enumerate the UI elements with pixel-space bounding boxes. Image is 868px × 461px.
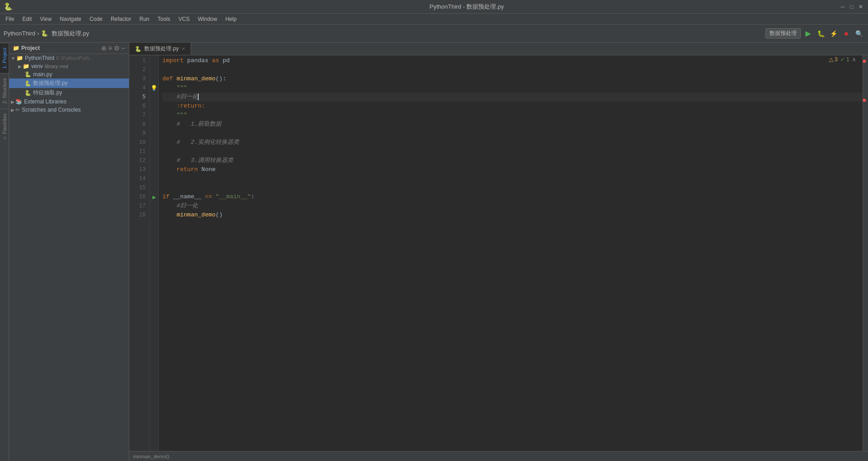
tree-item-venv[interactable]: ▶ 📁 venv library root bbox=[9, 62, 129, 70]
tree-path-pythonthird: E:\Python\Pyth... bbox=[56, 55, 93, 61]
sidebar-tab-project[interactable]: 1: Project bbox=[0, 43, 9, 73]
maximize-button[interactable]: □ bbox=[848, 3, 855, 10]
ln-9: 9 bbox=[129, 129, 146, 138]
gutter-15 bbox=[150, 183, 158, 192]
tab-python-icon: 🐍 bbox=[135, 46, 142, 52]
gutter-12 bbox=[150, 156, 158, 165]
code-line-16: if __name__ == "__main__": bbox=[162, 192, 863, 201]
run-button[interactable]: ▶ bbox=[803, 28, 814, 39]
tree-item-mainpy[interactable]: 🐍 main.py bbox=[9, 70, 129, 78]
tree-arrow-pythonthird: ▼ bbox=[11, 56, 15, 61]
gutter-1 bbox=[150, 56, 158, 65]
window-title: PythonThird - 数据预处理.py bbox=[94, 3, 839, 11]
folder-icon-venv: 📁 bbox=[23, 63, 29, 69]
ln-5: 5 bbox=[129, 93, 146, 102]
tree-item-pythonthird[interactable]: ▼ 📁 PythonThird E:\Python\Pyth... bbox=[9, 54, 129, 62]
menu-edit[interactable]: Edit bbox=[19, 15, 35, 23]
tab-label-datapreprocess: 数据预处理.py bbox=[144, 45, 179, 53]
code-line-7: """ bbox=[162, 111, 863, 120]
menu-navigate[interactable]: Navigate bbox=[56, 15, 85, 23]
locate-file-button[interactable]: ⊕ bbox=[101, 44, 107, 52]
gutter-6 bbox=[150, 102, 158, 111]
ln-12: 12 bbox=[129, 156, 146, 165]
gutter-17 bbox=[150, 201, 158, 211]
code-line-18: minman_demo() bbox=[162, 211, 863, 220]
collapse-all-button[interactable]: ≡ bbox=[108, 44, 112, 52]
tree-item-featureextract[interactable]: 🐍 特征抽取.py bbox=[9, 88, 129, 98]
tree-sublabel-venv: library root bbox=[44, 64, 68, 69]
ln-18: 18 bbox=[129, 211, 146, 220]
editor-content[interactable]: 1 2 3 4 5 6 7 8 9 10 11 12 13 14 15 16 1… bbox=[129, 55, 868, 451]
tree-item-datapreprocess[interactable]: 🐍 数据预处理.py bbox=[9, 78, 129, 88]
menu-refactor[interactable]: Refactor bbox=[107, 15, 135, 23]
error-indicator: △ 3 ✓ 1 ∧ bbox=[829, 56, 856, 63]
menu-vcs[interactable]: VCS bbox=[175, 15, 193, 23]
gutter-5 bbox=[150, 93, 158, 102]
close-button[interactable]: ✕ bbox=[857, 3, 864, 10]
python-icon-mainpy: 🐍 bbox=[25, 71, 31, 78]
menu-window[interactable]: Window bbox=[194, 15, 221, 23]
menu-tools[interactable]: Tools bbox=[154, 15, 174, 23]
code-line-15 bbox=[162, 183, 863, 192]
lightbulb-icon-4[interactable]: 💡 bbox=[151, 85, 157, 91]
gutter-18 bbox=[150, 211, 158, 220]
menu-run[interactable]: Run bbox=[136, 15, 153, 23]
menu-help[interactable]: Help bbox=[222, 15, 240, 23]
app-icon: 🐍 bbox=[4, 2, 13, 11]
sidebar-title: Project bbox=[21, 45, 40, 51]
stop-button[interactable]: ■ bbox=[841, 28, 852, 39]
run-config-area: 数据预处理 ▶ 🐛 ⚡ ■ 🔍 bbox=[765, 28, 864, 39]
code-line-9 bbox=[162, 129, 863, 138]
run-config-selector[interactable]: 数据预处理 bbox=[765, 28, 801, 39]
menu-bar: File Edit View Navigate Code Refactor Ru… bbox=[0, 14, 868, 25]
editor-breadcrumb: minman_demo() bbox=[129, 451, 868, 461]
tree-item-extlibs[interactable]: ▶ 📚 External Libraries bbox=[9, 98, 129, 106]
code-line-5: #归一化 bbox=[162, 93, 863, 102]
gutter-16[interactable]: ▶ bbox=[150, 192, 158, 201]
run-arrow-16[interactable]: ▶ bbox=[152, 195, 156, 200]
code-line-3: def minman_demo(): bbox=[162, 74, 863, 83]
tree-arrow-venv: ▶ bbox=[18, 64, 22, 69]
menu-file[interactable]: File bbox=[2, 15, 18, 23]
debug-button[interactable]: 🐛 bbox=[815, 28, 826, 39]
sidebar-tab-favorites[interactable]: ☆ Favorites bbox=[0, 108, 9, 146]
code-line-17: #归一化 bbox=[162, 201, 863, 211]
hide-sidebar-button[interactable]: − bbox=[122, 44, 125, 52]
tree-label-pythonthird: PythonThird bbox=[25, 55, 54, 61]
breadcrumb-separator: › bbox=[37, 30, 39, 37]
sidebar-tab-structure[interactable]: 2: Structure bbox=[0, 73, 9, 108]
settings-button[interactable]: ⚙ bbox=[114, 44, 120, 52]
tree-arrow-scratches: ▶ bbox=[11, 108, 15, 113]
ln-4: 4 bbox=[129, 83, 146, 93]
ln-16: 16 bbox=[129, 192, 146, 201]
sidebar: 📁 Project ⊕ ≡ ⚙ − ▼ 📁 PythonThird E:\Pyt… bbox=[9, 43, 129, 461]
scroll-up-button[interactable]: ∧ bbox=[852, 56, 856, 63]
gutter-14 bbox=[150, 174, 158, 183]
menu-view[interactable]: View bbox=[36, 15, 55, 23]
gutter-2 bbox=[150, 65, 158, 74]
scratches-icon: ✏ bbox=[15, 107, 20, 113]
code-line-12: # 3.调用转换器类 bbox=[162, 156, 863, 165]
code-line-10: # 2.实例化转换器类 bbox=[162, 138, 863, 147]
python-icon-featureextract: 🐍 bbox=[25, 90, 31, 96]
menu-code[interactable]: Code bbox=[86, 15, 106, 23]
ln-13: 13 bbox=[129, 165, 146, 174]
breadcrumb: PythonThird › 🐍 数据预处理.py bbox=[4, 29, 89, 38]
code-editor[interactable]: import pandas as pd def minman_demo(): "… bbox=[159, 55, 863, 451]
ln-11: 11 bbox=[129, 147, 146, 156]
minimize-button[interactable]: ─ bbox=[839, 3, 846, 10]
error-indicator-bar-1 bbox=[863, 60, 866, 63]
run-with-coverage-button[interactable]: ⚡ bbox=[828, 28, 839, 39]
tree-item-scratches[interactable]: ▶ ✏ Scratches and Consoles bbox=[9, 106, 129, 114]
error-indicator-bar-2 bbox=[863, 99, 866, 102]
code-line-2 bbox=[162, 65, 863, 74]
toolbar: PythonThird › 🐍 数据预处理.py 数据预处理 ▶ 🐛 ⚡ ■ 🔍 bbox=[0, 25, 868, 43]
tree-label-datapreprocess: 数据预处理.py bbox=[33, 79, 68, 87]
editor-tab-datapreprocess[interactable]: 🐍 数据预处理.py ✕ bbox=[129, 43, 191, 55]
search-everywhere-button[interactable]: 🔍 bbox=[853, 28, 864, 39]
tab-close-datapreprocess[interactable]: ✕ bbox=[181, 46, 185, 51]
breadcrumb-file: 🐍 数据预处理.py bbox=[41, 29, 89, 38]
title-bar: 🐍 PythonThird - 数据预处理.py ─ □ ✕ bbox=[0, 0, 868, 14]
code-line-6: :return: bbox=[162, 102, 863, 111]
error-count: △ 3 bbox=[829, 56, 838, 63]
